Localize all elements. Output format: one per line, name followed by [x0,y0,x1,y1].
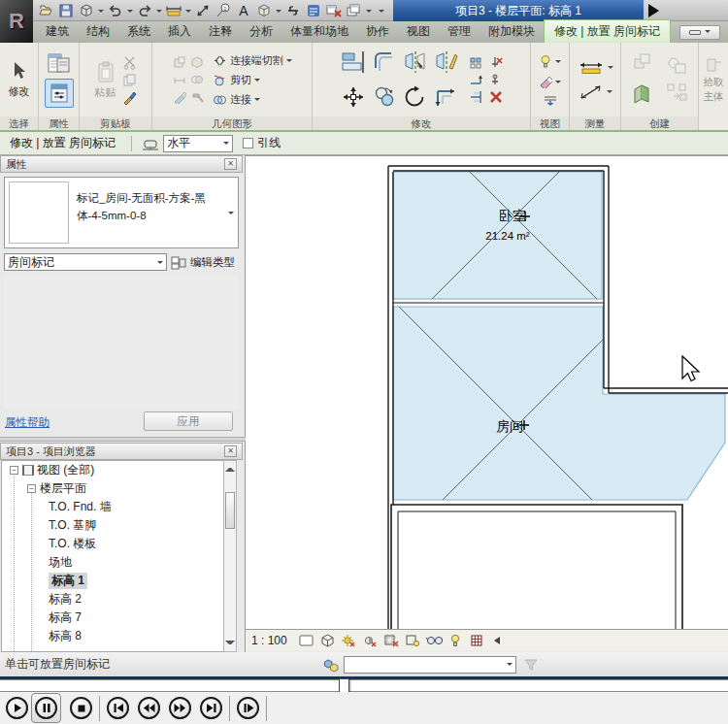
pause-button-active[interactable] [31,693,61,723]
uncut-geometry-icon[interactable] [189,72,205,87]
chevron-down-icon[interactable] [366,10,372,16]
create-similar-icon[interactable] [630,77,659,110]
cut-profile-button[interactable] [543,93,558,107]
panel-label-clipboard[interactable]: 剪贴板 [80,116,151,130]
delete-icon[interactable] [487,89,505,105]
scroll-up-icon[interactable] [225,464,235,472]
measure-along-element-button[interactable] [579,83,612,101]
chevron-down-icon[interactable] [127,10,133,16]
trim-extend-single-icon[interactable] [468,72,485,87]
shadows-off-icon[interactable] [362,632,379,648]
section-icon[interactable] [284,2,302,19]
copy-icon[interactable] [370,81,399,114]
close-icon[interactable]: ✕ [224,445,237,457]
properties-help-link[interactable]: 属性帮助 [5,415,50,430]
properties-palette-button[interactable] [47,52,72,76]
category-select[interactable]: 房间标记 [4,253,167,271]
tree-item[interactable]: 标高 8 [2,627,223,645]
copy-icon[interactable] [122,72,137,87]
pick-host-icon[interactable] [704,55,723,75]
chevron-down-icon[interactable] [156,10,162,16]
cope-icon[interactable] [172,54,187,70]
open-icon[interactable] [37,2,54,19]
step-button[interactable] [237,697,259,719]
move-icon[interactable] [339,81,368,114]
close-hidden-windows-icon[interactable] [325,2,343,19]
join-button[interactable]: 连接 [213,90,292,108]
tab-systems[interactable]: 系统 [118,20,159,43]
worksets-select[interactable] [344,656,516,674]
align-icon[interactable] [339,46,368,79]
rewind-button[interactable] [138,697,160,719]
worksets-icon[interactable] [323,657,340,673]
tab-insert[interactable]: 插入 [159,20,200,43]
create-assembly-icon[interactable] [630,49,659,75]
crop-region-icon[interactable] [405,632,421,648]
close-icon[interactable]: ✕ [224,158,237,170]
cut-button[interactable]: 剪切 [213,71,292,88]
chevron-down-icon[interactable] [224,178,238,247]
tab-collaborate[interactable]: 协作 [357,20,398,43]
edit-type-label[interactable]: 编辑类型 [190,255,235,270]
create-group-icon[interactable] [665,53,690,79]
tag-icon[interactable]: 1 [215,2,232,19]
palette-splitter[interactable] [0,437,246,442]
tab-view[interactable]: 视图 [398,20,439,43]
cut-geometry-icon[interactable] [189,54,205,70]
chevron-down-icon[interactable] [98,10,104,16]
default-3d-view-icon[interactable] [78,2,95,19]
cascade-windows-icon[interactable] [346,2,363,19]
leader-checkbox[interactable] [243,138,253,148]
apply-button[interactable]: 应用 [144,411,233,431]
application-menu-button[interactable]: R [0,0,33,43]
measure-between-refs-button[interactable] [578,59,613,77]
project-browser-header[interactable]: 项目3 - 项目浏览器 ✕ [0,443,243,460]
match-type-brush-icon[interactable] [122,89,137,105]
paint-icon[interactable] [172,89,187,105]
linework-button[interactable] [539,73,561,90]
type-properties-button[interactable] [45,79,74,108]
ribbon-minimize-button[interactable] [679,25,720,40]
customize-qat-icon[interactable] [379,10,384,16]
tab-architecture[interactable]: 建筑 [37,20,78,43]
tree-item[interactable]: 标高 2 [2,590,223,609]
tab-addins[interactable]: 附加模块 [480,20,544,43]
tree-item-selected[interactable]: 标高 1 [2,572,223,590]
tab-manage[interactable]: 管理 [439,20,480,43]
tab-massing-site[interactable]: 体量和场地 [281,20,357,43]
chevron-down-icon[interactable] [276,10,281,16]
sun-path-icon[interactable] [341,632,357,648]
drawing-area[interactable]: 卧室 21.24 m² 房间 [246,155,728,629]
text-icon[interactable]: A [235,2,252,19]
load-as-group-icon[interactable] [665,81,690,106]
room-generic-region[interactable] [393,307,725,500]
mirror-draw-axis-icon[interactable] [432,46,461,79]
browser-scrollbar[interactable] [223,460,237,652]
mirror-pick-axis-icon[interactable] [401,46,430,79]
redo-icon[interactable] [136,2,153,19]
view-scale[interactable]: 1 : 100 [251,634,287,647]
tab-analyze[interactable]: 分析 [241,20,281,43]
skip-end-button[interactable] [200,697,222,719]
beam-cutback-button[interactable]: 连接端切割 [213,51,292,69]
tree-item[interactable]: T.O. 基脚 [2,516,223,535]
tree-item[interactable]: T.O. 楼板 [2,535,223,553]
panel-label-create[interactable]: 创建 [621,116,698,130]
fast-forward-button[interactable] [169,697,191,719]
skip-start-button[interactable] [107,697,129,719]
panel-label-view[interactable]: 视图 [531,116,569,130]
visual-style-icon[interactable] [319,632,336,648]
scroll-down-icon[interactable] [225,641,235,648]
demolish-hammer-icon[interactable] [189,89,205,105]
player-seek-thumb[interactable] [339,678,349,693]
crop-view-icon[interactable] [383,632,400,648]
analytical-model-icon[interactable] [469,632,485,648]
editable-only-filter-icon[interactable] [524,658,538,672]
tab-annotate[interactable]: 注释 [200,20,241,43]
trim-corner-icon[interactable] [432,81,461,114]
tree-item[interactable]: T.O. Fnd. 墙 [2,498,223,516]
bottom-room-outline[interactable] [391,505,682,630]
tree-item[interactable]: 标高 7 [2,609,223,627]
room-tag-generic[interactable]: 房间 [496,418,523,434]
collapse-icon[interactable]: − [27,484,36,493]
